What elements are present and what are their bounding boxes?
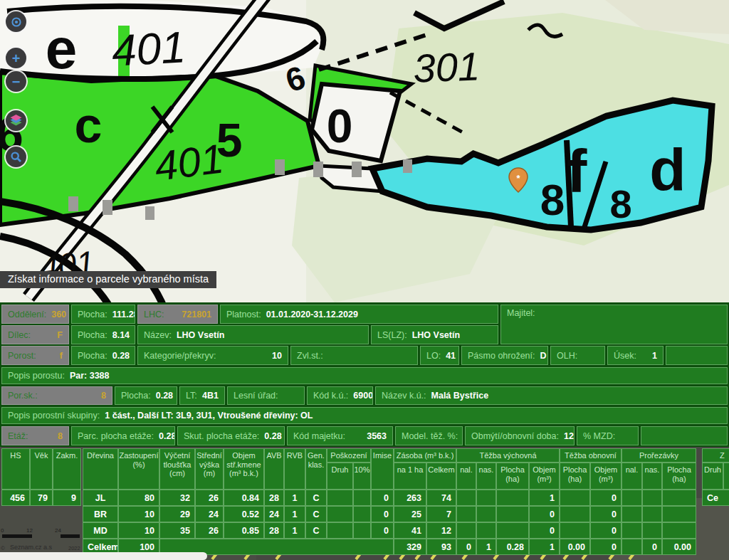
layers-button[interactable] <box>6 110 26 131</box>
column-group-header: Těžba obnovní <box>560 448 622 463</box>
field-mzd: % MZD: <box>577 426 639 445</box>
field-obmyti-obnovni-doba: Obmýtí/obnovní doba:120/30 <box>465 426 575 445</box>
search-button[interactable] <box>6 147 26 167</box>
map-label: e <box>46 17 78 80</box>
geolocate-button[interactable] <box>6 11 26 32</box>
table-cell: 0 <box>590 490 622 506</box>
table-cell: 26 <box>195 490 224 506</box>
column-header: Výčetní tloušťka (cm) <box>159 448 195 490</box>
field-etaz: Etáž:8 <box>1 426 69 445</box>
table-row: DřevinaZastoupení (%)Výčetní tloušťka (c… <box>83 448 696 490</box>
scale-tick: 0 <box>1 527 4 534</box>
column-subheader: nal. <box>622 463 642 490</box>
table-row: Plocha (ha)Objem (m³) <box>560 463 622 490</box>
table-cell: 1 <box>284 490 305 506</box>
field-nazev: Název:LHO Vsetín <box>137 325 369 344</box>
field-zvlst: Zvl.st.: <box>290 346 418 365</box>
field-plocha-oddeleni: Plocha:111.28 <box>71 305 135 324</box>
table-cell: 10 <box>118 522 159 539</box>
table-cell: 0.00 <box>560 539 590 555</box>
map-label: 5 <box>216 114 243 167</box>
column-subheader: Plocha (ha) <box>496 463 529 490</box>
table-cell: 1 <box>529 539 560 555</box>
map-label: 8 <box>609 181 631 226</box>
table-cell: 7 <box>426 506 456 522</box>
column-header: Věk <box>30 448 53 490</box>
table-row: 456799 <box>1 490 81 506</box>
table-cell <box>476 522 496 539</box>
table-cell: 28 <box>264 490 284 506</box>
map-label: 8 <box>540 175 565 224</box>
map-label: c <box>75 97 103 153</box>
column-header: Objem stř.kmene (m³ b.k.) <box>224 448 264 490</box>
column-subheader: Druh <box>702 463 723 490</box>
table-cell <box>560 522 590 539</box>
column-subheader: Plocha (ha) <box>662 463 696 490</box>
table-cell: 0 <box>529 522 560 539</box>
table-cell <box>327 506 353 522</box>
table-row: nal.nas.Plocha (ha)Objem (m³) <box>456 463 560 490</box>
table-row: JL8032260.84281C02637410 <box>83 490 696 506</box>
field-lesni-urad: Lesní úřad: <box>227 386 305 405</box>
map-tooltip: Získat informace o parcele vybraného mís… <box>0 271 216 288</box>
table-cell <box>456 490 476 506</box>
table-cell: 79 <box>30 490 53 506</box>
column-header: AVB <box>264 448 284 490</box>
layers-icon <box>9 114 23 127</box>
table-cell: 10 <box>118 506 159 522</box>
scale-tick: 24 <box>55 527 61 534</box>
column-group: Prořezávkynal.nas.Plocha (ha) <box>622 448 696 490</box>
table-cell <box>353 522 371 539</box>
table-cell: 24 <box>195 506 224 522</box>
field-pasmo-ohrozeni: Pásmo ohrožení:D <box>461 346 548 365</box>
table-cell: 1 <box>476 539 496 555</box>
map-attribution-year: 2022 <box>68 545 80 551</box>
zoom-out-button[interactable]: − <box>6 71 26 92</box>
map-label: 0 <box>327 100 353 152</box>
table-cell: C <box>305 490 327 506</box>
table-row: MD1035260.85281C0411200 <box>83 522 696 539</box>
field-majitel: Majitel: <box>500 305 728 344</box>
field-lo: LO:41 <box>420 346 459 365</box>
table-cell: 24 <box>264 506 284 522</box>
field-kod-ku: Kód k.ú.:690040 <box>307 386 373 405</box>
table-cell: 1 <box>284 506 305 522</box>
table-cell <box>622 539 642 555</box>
geolocate-icon <box>10 16 23 28</box>
table-cell: 1 <box>284 522 305 539</box>
table-cell <box>327 522 353 539</box>
clipped-right-table: ZDruhDCe <box>702 448 729 506</box>
table-cell: 1 <box>529 490 560 506</box>
bottom-strip <box>0 552 207 560</box>
zoom-in-button[interactable]: + <box>6 48 26 68</box>
table-cell <box>496 506 529 522</box>
table-cell: 0.52 <box>224 506 264 522</box>
table-cell: 28 <box>264 522 284 539</box>
table-cell <box>496 522 529 539</box>
table-cell: BR <box>83 506 118 522</box>
table-row: na 1 haCelkem <box>394 463 456 490</box>
field-nazev-ku: Název k.ú.:Malá Bystřice <box>375 386 728 405</box>
column-group-header: Prořezávky <box>622 448 696 463</box>
table-cell <box>560 506 590 522</box>
field-olh: OLH: <box>550 346 605 365</box>
map-label: 301 <box>413 43 481 90</box>
table-cell <box>662 506 696 522</box>
table-cell <box>560 490 590 506</box>
field-usek: Úsek:1 <box>607 346 664 365</box>
table-cell: 0 <box>590 522 622 539</box>
table-cell: Ce <box>702 490 729 506</box>
column-subheader: nas. <box>476 463 496 490</box>
column-header: Dřevina <box>83 448 118 490</box>
map-label: d <box>649 137 686 204</box>
table-row: HSVěkZakm. <box>1 448 81 490</box>
table-row: DruhD <box>702 463 729 490</box>
table-cell: 93 <box>426 539 456 555</box>
table-cell: 0.84 <box>224 490 264 506</box>
column-header: Zakm. <box>53 448 81 490</box>
table-cell <box>496 490 529 506</box>
field-dilec: Dílec:F <box>1 325 69 344</box>
column-subheader: Celkem <box>426 463 456 490</box>
table-row: nal.nas.Plocha (ha) <box>622 463 696 490</box>
column-group-header: Z <box>702 448 729 463</box>
